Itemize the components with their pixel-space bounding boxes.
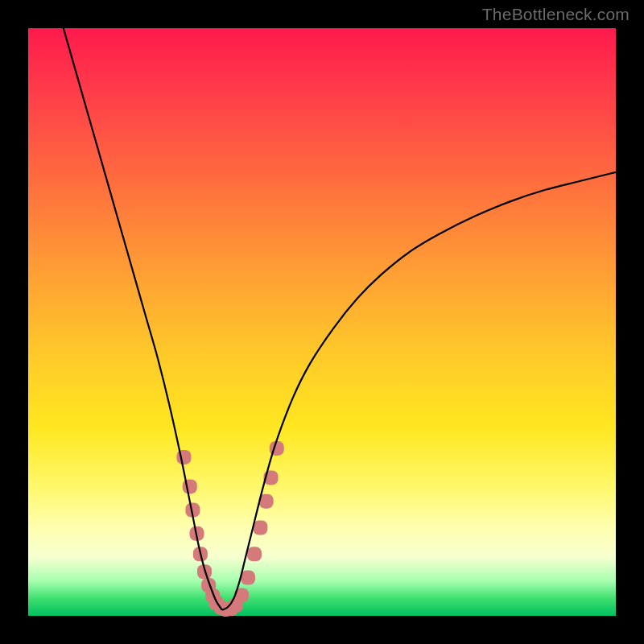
highlight-dot (176, 450, 191, 464)
plot-area (28, 28, 616, 616)
highlight-dot (247, 547, 262, 561)
curve-right-branch (222, 172, 616, 610)
highlight-dot (183, 479, 197, 493)
chart-frame: TheBottleneck.com (0, 0, 644, 644)
highlight-dot (253, 521, 267, 535)
highlight-dot (241, 571, 255, 585)
watermark-text: TheBottleneck.com (482, 5, 630, 24)
curve-left-branch (64, 28, 222, 610)
chart-svg (28, 28, 616, 616)
